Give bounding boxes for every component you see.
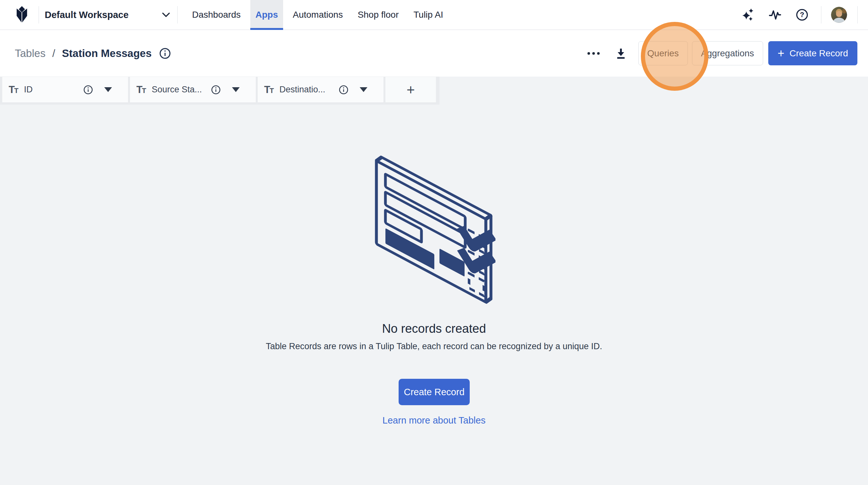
avatar[interactable]	[831, 7, 847, 23]
info-icon[interactable]	[83, 85, 93, 95]
empty-state-description: Table Records are rows in a Tulip Table,…	[0, 341, 868, 352]
nav-item-apps[interactable]: Apps	[250, 0, 283, 30]
nav-item-dashboards[interactable]: Dashboards	[187, 0, 246, 30]
create-record-label: Create Record	[789, 48, 848, 59]
add-column-button[interactable]: +	[385, 77, 436, 102]
caret-down-icon[interactable]	[360, 87, 367, 92]
page-title: Station Messages	[62, 47, 152, 60]
toolbar-actions: Queries Aggregations + Create Record	[583, 41, 857, 65]
column-header-destination-station[interactable]: TT Destinatio...	[258, 77, 383, 102]
activity-icon[interactable]	[766, 5, 784, 24]
nav-right: ?	[739, 0, 868, 30]
nav-item-shop-floor[interactable]: Shop floor	[352, 0, 404, 30]
column-header-id[interactable]: TT ID	[2, 77, 128, 102]
table-toolbar: Tables / Station Messages	[0, 30, 868, 77]
nav-left: Default Workspace Dashboards Apps Automa…	[0, 0, 451, 30]
column-name: Source Sta...	[152, 85, 202, 95]
download-icon[interactable]	[615, 47, 627, 60]
nav-divider	[857, 6, 858, 24]
create-record-cta-button[interactable]: Create Record	[399, 379, 470, 405]
learn-more-link[interactable]: Learn more about Tables	[0, 415, 868, 426]
create-record-button[interactable]: + Create Record	[768, 41, 857, 65]
sparkles-icon[interactable]	[739, 5, 757, 24]
queries-button[interactable]: Queries	[638, 41, 688, 65]
info-icon[interactable]	[339, 85, 348, 95]
column-name: Destinatio...	[279, 85, 325, 95]
nav-menu: Dashboards Apps Automations Shop floor T…	[185, 0, 451, 30]
svg-text:?: ?	[800, 11, 804, 19]
workspace-selector[interactable]: Default Workspace	[39, 0, 177, 30]
text-type-icon: TT	[264, 84, 274, 96]
nav-item-tulip-ai[interactable]: Tulip AI	[408, 0, 448, 30]
plus-icon: +	[407, 83, 415, 97]
breadcrumb-tables-link[interactable]: Tables	[15, 47, 45, 60]
caret-down-icon[interactable]	[232, 87, 240, 92]
nav-divider	[177, 6, 178, 24]
help-icon[interactable]: ?	[793, 5, 811, 24]
empty-state-title: No records created	[0, 322, 868, 336]
aggregations-button[interactable]: Aggregations	[692, 41, 763, 65]
table-header-row: TT ID TT Source Sta...	[0, 77, 439, 104]
column-name: ID	[24, 85, 32, 95]
plus-icon: +	[778, 48, 784, 59]
text-type-icon: TT	[136, 84, 146, 96]
tulip-tables-page: Default Workspace Dashboards Apps Automa…	[0, 0, 868, 485]
top-navigation: Default Workspace Dashboards Apps Automa…	[0, 0, 868, 30]
nav-divider	[821, 6, 822, 24]
breadcrumb: Tables / Station Messages	[15, 47, 171, 60]
workspace-label: Default Workspace	[45, 10, 129, 20]
info-icon[interactable]	[211, 85, 221, 95]
caret-down-icon[interactable]	[104, 87, 112, 92]
breadcrumb-separator: /	[52, 47, 55, 60]
column-header-source-station[interactable]: TT Source Sta...	[130, 77, 256, 102]
nav-item-automations[interactable]: Automations	[288, 0, 348, 30]
empty-table-illustration	[373, 151, 495, 310]
text-type-icon: TT	[9, 84, 18, 96]
info-icon[interactable]	[159, 48, 171, 59]
more-options-button[interactable]	[583, 48, 604, 59]
chevron-down-icon	[162, 12, 170, 18]
tulip-logo-icon[interactable]	[13, 6, 30, 24]
